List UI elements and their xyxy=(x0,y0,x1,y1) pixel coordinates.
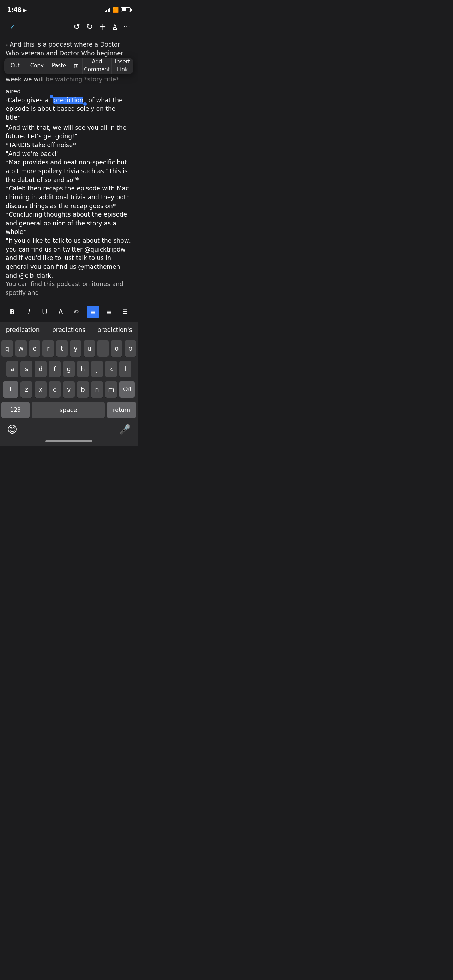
key-l[interactable]: l xyxy=(119,361,131,377)
key-j[interactable]: j xyxy=(91,361,103,377)
keyboard-row-1: q w e r t y u i o p xyxy=(0,338,138,359)
key-b[interactable]: b xyxy=(77,381,89,398)
keyboard: q w e r t y u i o p a s d f g h j k l ⬆ … xyxy=(0,338,138,420)
key-g[interactable]: g xyxy=(63,361,75,377)
key-shift[interactable]: ⬆ xyxy=(3,381,18,398)
align-center-button[interactable]: ≣ xyxy=(103,305,115,318)
toolbar-right: ↺ ↻ + A ··· xyxy=(74,22,130,32)
undo-button[interactable]: ↺ xyxy=(74,22,80,31)
prediction-3[interactable]: prediction's xyxy=(92,322,138,337)
key-f[interactable]: f xyxy=(49,361,61,377)
content-area[interactable]: - And this is a podcast where a Doctor W… xyxy=(0,36,138,302)
key-z[interactable]: z xyxy=(21,381,32,398)
status-bar: 1:48 ▶ 📶 xyxy=(0,0,138,18)
key-t[interactable]: t xyxy=(56,340,68,356)
redo-button[interactable]: ↻ xyxy=(86,22,93,31)
key-s[interactable]: s xyxy=(21,361,32,377)
underline-button[interactable]: U xyxy=(38,305,51,318)
key-e[interactable]: e xyxy=(29,340,41,356)
home-bar xyxy=(45,440,92,442)
key-h[interactable]: h xyxy=(77,361,89,377)
key-c[interactable]: c xyxy=(49,381,61,398)
font-button[interactable]: A xyxy=(113,23,117,30)
key-q[interactable]: q xyxy=(2,340,13,356)
key-numbers[interactable]: 123 xyxy=(2,402,30,418)
key-m[interactable]: m xyxy=(105,381,117,398)
add-button[interactable]: + xyxy=(99,22,106,32)
cut-option[interactable]: Cut xyxy=(4,59,26,73)
key-d[interactable]: d xyxy=(35,361,46,377)
paste-option[interactable]: Paste xyxy=(48,59,70,73)
format-option[interactable]: ⊞ xyxy=(70,58,83,74)
wifi-icon: 📶 xyxy=(113,7,119,13)
copy-option[interactable]: Copy xyxy=(26,59,48,73)
keyboard-row-4: 123 space return xyxy=(0,400,138,420)
selected-text: prediction xyxy=(53,97,83,104)
italic-button[interactable]: I xyxy=(22,305,35,318)
key-o[interactable]: o xyxy=(111,340,122,356)
key-space[interactable]: space xyxy=(32,402,105,418)
key-p[interactable]: p xyxy=(124,340,136,356)
align-right-button[interactable]: ☰ xyxy=(119,305,132,318)
home-indicator xyxy=(0,438,138,445)
key-n[interactable]: n xyxy=(91,381,103,398)
body-text: "And with that, we will see you all in t… xyxy=(6,124,132,298)
check-button[interactable]: ✓ xyxy=(7,22,18,32)
battery-icon xyxy=(121,7,130,12)
format-toolbar: B I U A ✏️ ≣ ≣ ☰ xyxy=(0,302,138,322)
key-return[interactable]: return xyxy=(107,402,136,418)
align-left-button[interactable]: ≣ xyxy=(87,305,100,318)
predictive-bar: predication predictions prediction's xyxy=(0,322,138,338)
highlight-button[interactable]: ✏️ xyxy=(71,305,83,318)
text-color-button[interactable]: A xyxy=(54,305,67,318)
bottom-bar: 😊 🎤 xyxy=(0,420,138,438)
signal-bars xyxy=(105,8,111,12)
bold-button[interactable]: B xyxy=(6,305,19,318)
key-backspace[interactable]: ⌫ xyxy=(119,381,135,398)
editor-toolbar: ✓ ↺ ↻ + A ··· xyxy=(0,18,138,36)
mic-button[interactable]: 🎤 xyxy=(119,424,130,434)
keyboard-row-2: a s d f g h j k l xyxy=(0,359,138,379)
key-x[interactable]: x xyxy=(35,381,46,398)
status-icons: 📶 xyxy=(105,7,131,13)
prediction-line: -Caleb gives a prediction of what the ep… xyxy=(6,96,132,122)
key-v[interactable]: v xyxy=(63,381,75,398)
insert-link-option[interactable]: Insert Link xyxy=(112,58,134,74)
more-button[interactable]: ··· xyxy=(124,23,130,30)
aired-line: aired xyxy=(6,87,132,96)
emoji-button[interactable]: 😊 xyxy=(7,424,17,435)
key-y[interactable]: y xyxy=(70,340,81,356)
prediction-2[interactable]: predictions xyxy=(46,322,92,337)
key-k[interactable]: k xyxy=(105,361,117,377)
add-comment-option[interactable]: Add Comment xyxy=(83,58,112,74)
status-time: 1:48 xyxy=(7,6,22,13)
context-menu: Cut Copy Paste ⊞ Add Comment Insert Link xyxy=(4,58,134,74)
prediction-1[interactable]: predication xyxy=(0,322,46,337)
key-w[interactable]: w xyxy=(15,340,27,356)
key-r[interactable]: r xyxy=(42,340,54,356)
key-u[interactable]: u xyxy=(84,340,95,356)
keyboard-row-3: ⬆ z x c v b n m ⌫ xyxy=(0,379,138,400)
key-i[interactable]: i xyxy=(97,340,109,356)
key-a[interactable]: a xyxy=(6,361,18,377)
location-icon: ▶ xyxy=(23,7,27,13)
